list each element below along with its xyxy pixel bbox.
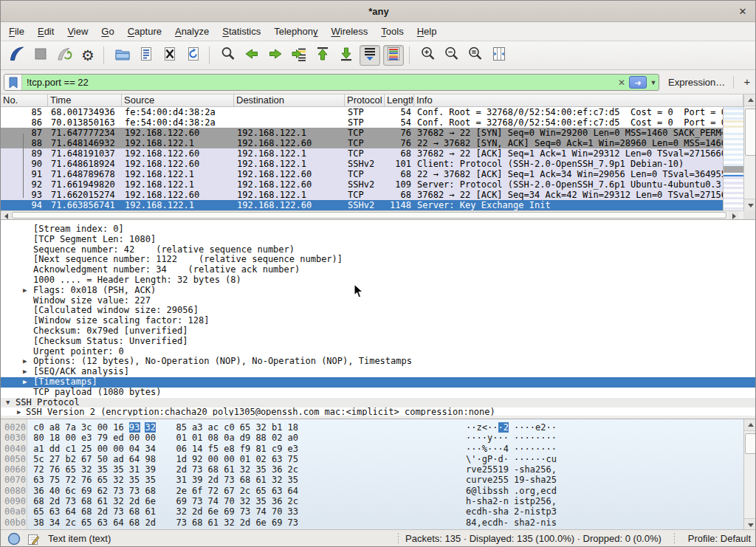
- ascii-char[interactable]: 9: [519, 475, 524, 485]
- hex-byte[interactable]: 02: [272, 433, 283, 443]
- ascii-char[interactable]: P: [487, 454, 492, 464]
- zoom-out-button[interactable]: [441, 45, 462, 66]
- scroll-down-icon[interactable]: [744, 518, 756, 529]
- hex-byte[interactable]: c9: [272, 444, 283, 454]
- ascii-char[interactable]: 4: [471, 517, 476, 528]
- ascii-char[interactable]: 5: [540, 496, 546, 506]
- tree-collapsed-icon[interactable]: ▶: [23, 357, 27, 367]
- tree-collapsed-icon[interactable]: ▶: [23, 367, 27, 377]
- hex-byte[interactable]: 7a: [65, 422, 76, 433]
- hex-byte[interactable]: 73: [176, 517, 187, 528]
- ascii-char[interactable]: t: [525, 496, 530, 506]
- packet-list-header[interactable]: No.TimeSourceDestinationProtocolLengthIn…: [1, 94, 743, 107]
- hex-byte[interactable]: 70: [224, 496, 235, 506]
- hex-byte[interactable]: 00: [207, 454, 219, 464]
- hex-byte[interactable]: 35: [255, 464, 267, 475]
- ascii-char[interactable]: -: [535, 517, 540, 528]
- detail-row[interactable]: ▼SSH Protocol: [1, 398, 756, 408]
- ascii-char[interactable]: 2: [482, 464, 487, 475]
- hex-byte[interactable]: 65: [240, 422, 251, 433]
- ascii-char[interactable]: -: [487, 506, 492, 517]
- ascii-char[interactable]: h: [504, 486, 509, 496]
- column-header-length[interactable]: Length: [385, 94, 414, 106]
- hex-byte[interactable]: 72: [65, 475, 76, 485]
- ascii-char[interactable]: ·: [525, 422, 530, 433]
- hex-byte[interactable]: f5: [207, 444, 219, 454]
- hex-byte[interactable]: 73: [113, 486, 124, 496]
- capture-comment-button[interactable]: [27, 533, 40, 547]
- detail-row[interactable]: [Stream index: 0]: [1, 224, 756, 235]
- detail-row[interactable]: Checksum: 0x79ed [unverified]: [1, 326, 756, 337]
- ascii-char[interactable]: ·: [530, 444, 535, 454]
- hex-byte[interactable]: 35: [145, 475, 156, 485]
- ascii-char[interactable]: r: [477, 475, 482, 485]
- ascii-char[interactable]: n: [540, 517, 546, 528]
- reload-file-button[interactable]: [183, 45, 204, 66]
- hex-byte[interactable]: 92: [192, 454, 203, 464]
- ascii-char[interactable]: ·: [477, 444, 482, 454]
- ascii-char[interactable]: ·: [540, 444, 546, 454]
- ascii-char[interactable]: h: [482, 496, 487, 506]
- hex-byte[interactable]: 76: [49, 464, 61, 475]
- hex-byte[interactable]: 63: [272, 454, 283, 464]
- ascii-char[interactable]: ·: [466, 444, 471, 454]
- hex-byte[interactable]: 36: [33, 486, 44, 496]
- ascii-char[interactable]: h: [466, 496, 471, 506]
- stop-capture-button[interactable]: [30, 45, 51, 66]
- detail-row[interactable]: ▶SSH Version 2 (encryption:chacha20_poly…: [1, 407, 756, 416]
- ascii-char[interactable]: @: [471, 486, 476, 496]
- hex-byte[interactable]: d9: [240, 433, 251, 443]
- hex-byte[interactable]: 65: [81, 517, 92, 528]
- hex-byte[interactable]: 32: [176, 506, 187, 517]
- detail-row[interactable]: [Calculated window size: 29056]: [1, 306, 756, 316]
- hex-byte[interactable]: 33: [287, 506, 298, 517]
- hex-byte[interactable]: ac: [207, 422, 219, 433]
- hex-byte[interactable]: 2c: [65, 517, 76, 528]
- ascii-char[interactable]: d: [551, 486, 557, 496]
- open-file-button[interactable]: [112, 45, 133, 66]
- ascii-char[interactable]: a: [504, 506, 509, 517]
- ascii-char[interactable]: -: [519, 506, 524, 517]
- scroll-up-icon[interactable]: [744, 94, 756, 106]
- ascii-char[interactable]: 4: [504, 444, 509, 454]
- zoom-reset-button[interactable]: [465, 45, 486, 66]
- scroll-down-icon[interactable]: [744, 199, 756, 210]
- ascii-char[interactable]: ·: [466, 422, 471, 433]
- ascii-char[interactable]: ·: [492, 433, 498, 443]
- ascii-char[interactable]: 5: [540, 464, 546, 475]
- hex-byte[interactable]: 6f: [192, 486, 203, 496]
- hex-byte[interactable]: 2d: [192, 506, 203, 517]
- hex-byte[interactable]: a1: [33, 444, 44, 454]
- menu-file[interactable]: File: [2, 22, 31, 41]
- ascii-char[interactable]: ·: [492, 454, 498, 464]
- ascii-char[interactable]: 6: [466, 486, 471, 496]
- hex-byte[interactable]: 16: [113, 422, 124, 433]
- hex-byte[interactable]: 32: [113, 475, 124, 485]
- hex-byte[interactable]: 32: [240, 464, 251, 475]
- hex-byte[interactable]: 64: [129, 454, 140, 464]
- ascii-char[interactable]: s: [492, 506, 498, 517]
- packet-row[interactable]: 9071.648618924192.168.122.60192.168.122.…: [1, 159, 743, 169]
- ascii-char[interactable]: h: [525, 464, 530, 475]
- ascii-char[interactable]: s: [519, 496, 524, 506]
- ascii-char[interactable]: e: [466, 506, 471, 517]
- ascii-char[interactable]: d: [498, 454, 504, 464]
- menu-capture[interactable]: Capture: [121, 22, 168, 41]
- ascii-char[interactable]: ·: [551, 422, 557, 433]
- hex-byte[interactable]: 61: [207, 517, 219, 528]
- ascii-char[interactable]: ·: [504, 433, 509, 443]
- hex-byte[interactable]: 73: [192, 464, 203, 475]
- column-header-source[interactable]: Source: [122, 94, 234, 106]
- hex-byte[interactable]: 68: [33, 496, 44, 506]
- ascii-char[interactable]: 3: [551, 506, 557, 517]
- hex-byte[interactable]: 14: [192, 444, 203, 454]
- ascii-char[interactable]: 9: [504, 464, 509, 475]
- hex-byte[interactable]: 2c: [287, 464, 298, 475]
- hex-byte[interactable]: 01: [192, 433, 203, 443]
- hex-byte[interactable]: 32: [224, 517, 235, 528]
- hex-byte[interactable]: 73: [192, 496, 203, 506]
- detail-row[interactable]: TCP payload (1080 bytes): [1, 388, 756, 398]
- filter-clear-icon[interactable]: ✕: [614, 78, 629, 88]
- ascii-char[interactable]: .: [514, 486, 519, 496]
- ascii-char[interactable]: 2: [535, 464, 540, 475]
